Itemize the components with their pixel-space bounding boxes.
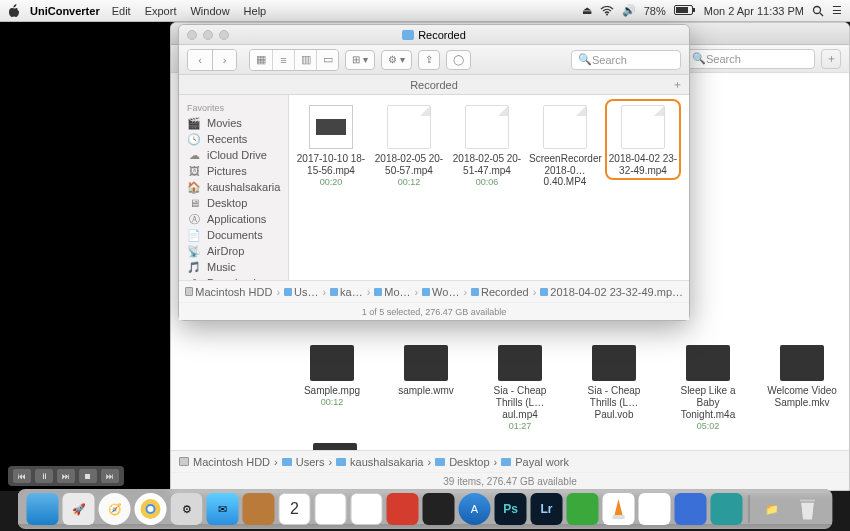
path-segment[interactable]: Us… [294, 286, 318, 298]
tags-button[interactable]: ◯ [446, 50, 471, 70]
stop-button[interactable]: ⏹ [79, 469, 97, 483]
forward-button[interactable]: › [212, 50, 236, 70]
path-segment[interactable]: Payal work [515, 456, 569, 468]
dock-app-teal[interactable] [711, 493, 743, 525]
sidebar-item[interactable]: 🖼Pictures [179, 163, 288, 179]
sidebar-item[interactable]: ☁iCloud Drive [179, 147, 288, 163]
icon-view[interactable]: 2017-10-10 18-15-56.mp4 00:20 2018-02-05… [289, 95, 689, 280]
file-item[interactable]: ScreenRecorder 2018-0…0.40.MP4 [529, 105, 601, 188]
path-bar[interactable]: Macintosh HDD› Users› kaushalsakaria› De… [171, 450, 849, 472]
path-segment[interactable]: 2018-04-02 23-32-49.mp… [550, 286, 683, 298]
sidebar-item[interactable]: ⒶApplications [179, 211, 288, 227]
sidebar-item[interactable]: 🎵Music [179, 259, 288, 275]
dock-contacts[interactable] [243, 493, 275, 525]
view-segmented[interactable]: ▦ ≡ ▥ ▭ [249, 49, 339, 71]
file-item[interactable]: 2018-04-02 23-32-49.mp4 [607, 105, 679, 176]
apple-menu-icon[interactable] [8, 4, 20, 18]
menu-edit[interactable]: Edit [112, 5, 131, 17]
path-bar[interactable]: Macintosh HDD› Us…› ka…› Mo…› Wo…› Recor… [179, 280, 689, 302]
dock-settings[interactable]: ⚙ [171, 493, 203, 525]
path-segment[interactable]: Desktop [449, 456, 489, 468]
dock-app-blue[interactable] [675, 493, 707, 525]
dock-divider [749, 495, 750, 523]
sidebar-item[interactable]: 🏠kaushalsakaria [179, 179, 288, 195]
file-item[interactable]: sample.wmv [389, 345, 463, 431]
sidebar-item[interactable]: 🖥Desktop [179, 195, 288, 211]
sidebar-item[interactable]: ⬇Downloads [179, 275, 288, 280]
volume-icon[interactable]: 🔊 [622, 4, 636, 17]
dock-appstore[interactable]: A [459, 493, 491, 525]
next-button[interactable]: ⏭ [57, 469, 75, 483]
search-field[interactable]: 🔍 Search [685, 49, 815, 69]
clock[interactable]: Mon 2 Apr 11:33 PM [704, 5, 804, 17]
dock-terminal[interactable] [423, 493, 455, 525]
path-segment[interactable]: Macintosh HDD [195, 286, 272, 298]
sidebar-item[interactable]: 🎬Movies [179, 115, 288, 131]
file-item[interactable]: Sample.mpg00:12 [295, 345, 369, 431]
file-item[interactable]: Sleep Like a Baby Tonight.m4a05:02 [671, 345, 745, 431]
titlebar[interactable]: Recorded [179, 25, 689, 45]
view-columns[interactable]: ▥ [294, 50, 316, 70]
dock-launchpad[interactable]: 🚀 [63, 493, 95, 525]
path-segment[interactable]: Wo… [432, 286, 459, 298]
dock-chrome[interactable] [135, 493, 167, 525]
dock-downloads[interactable]: 📁 [756, 493, 788, 525]
dock-photoshop[interactable]: Ps [495, 493, 527, 525]
close-button[interactable] [187, 30, 197, 40]
dock-mail[interactable]: ✉ [207, 493, 239, 525]
dock-app[interactable] [351, 493, 383, 525]
sidebar-item[interactable]: 📄Documents [179, 227, 288, 243]
path-segment[interactable]: Mo… [384, 286, 410, 298]
dock-app-green[interactable] [567, 493, 599, 525]
share-button[interactable]: ⇪ [418, 50, 440, 70]
file-item[interactable]: 2018-02-05 20-50-57.mp4 00:12 [373, 105, 445, 187]
dock-wondershare[interactable] [639, 493, 671, 525]
menu-export[interactable]: Export [145, 5, 177, 17]
file-item[interactable]: Sia - Cheap Thrills (L…aul.mp401:27 [483, 345, 557, 431]
notifications-icon[interactable]: ☰ [832, 4, 842, 17]
zoom-button[interactable] [219, 30, 229, 40]
file-duration: 05:02 [671, 421, 745, 431]
prev-button[interactable]: ⏮ [13, 469, 31, 483]
app-name[interactable]: UniConverter [30, 5, 100, 17]
dock-safari[interactable]: 🧭 [99, 493, 131, 525]
dock-calendar[interactable]: 2 [279, 493, 311, 525]
status-bar: 1 of 5 selected, 276.47 GB available [179, 302, 689, 320]
wifi-icon[interactable] [600, 6, 614, 16]
path-segment[interactable]: Macintosh HDD [193, 456, 270, 468]
search-field[interactable]: 🔍 Search [571, 50, 681, 70]
tab[interactable]: Recorded [410, 79, 458, 91]
battery-icon[interactable] [674, 5, 696, 16]
dock-trash[interactable] [792, 493, 824, 525]
eject-icon[interactable]: ⏏ [582, 4, 592, 17]
dock-finder[interactable] [27, 493, 59, 525]
minimize-button[interactable] [203, 30, 213, 40]
file-item[interactable]: 2017-10-10 18-15-56.mp4 00:20 [295, 105, 367, 187]
view-gallery[interactable]: ▭ [316, 50, 338, 70]
path-segment[interactable]: Recorded [481, 286, 529, 298]
view-icons[interactable]: ▦ [250, 50, 272, 70]
action-button[interactable]: ⚙ ▾ [381, 50, 412, 70]
new-tab-button[interactable]: ＋ [669, 77, 685, 93]
file-item[interactable]: Welcome Video Sample.mkv [765, 345, 839, 431]
back-button[interactable]: ‹ [188, 50, 212, 70]
dock-vlc[interactable] [603, 493, 635, 525]
dock-app-red[interactable] [387, 493, 419, 525]
dock-notes[interactable] [315, 493, 347, 525]
sidebar-item[interactable]: 📡AirDrop [179, 243, 288, 259]
last-button[interactable]: ⏭ [101, 469, 119, 483]
path-segment[interactable]: Users [296, 456, 325, 468]
arrange-button[interactable]: ⊞ ▾ [345, 50, 375, 70]
add-button[interactable]: ＋ [821, 49, 841, 69]
sidebar-item[interactable]: 🕓Recents [179, 131, 288, 147]
path-segment[interactable]: ka… [340, 286, 363, 298]
dock-lightroom[interactable]: Lr [531, 493, 563, 525]
pause-button[interactable]: ⏸ [35, 469, 53, 483]
spotlight-icon[interactable] [812, 5, 824, 17]
file-item[interactable]: Sia - Cheap Thrills (L…Paul.vob [577, 345, 651, 431]
path-segment[interactable]: kaushalsakaria [350, 456, 423, 468]
menu-help[interactable]: Help [244, 5, 267, 17]
file-item[interactable]: 2018-02-05 20-51-47.mp4 00:06 [451, 105, 523, 187]
menu-window[interactable]: Window [190, 5, 229, 17]
view-list[interactable]: ≡ [272, 50, 294, 70]
